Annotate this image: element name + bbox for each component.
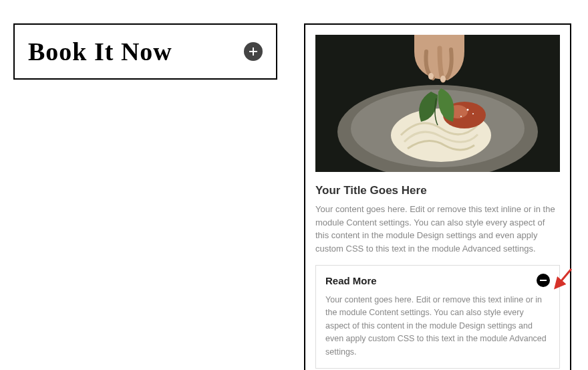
svg-point-11 — [428, 73, 434, 80]
svg-point-12 — [440, 76, 446, 82]
minus-icon — [537, 274, 550, 287]
accordion-label: Read More — [325, 275, 377, 286]
content-card: Your Title Goes Here Your content goes h… — [304, 23, 571, 370]
svg-point-9 — [472, 113, 474, 114]
card-image — [315, 35, 560, 172]
accordion-header[interactable]: Read More — [316, 266, 559, 294]
accordion-book-it-now[interactable]: Book It Now — [13, 23, 277, 80]
card-title: Your Title Goes Here — [315, 184, 560, 197]
svg-rect-1 — [249, 51, 257, 52]
plus-icon — [244, 42, 263, 61]
svg-point-8 — [467, 109, 469, 111]
accordion-read-more: Read More Your content goes here. Edit o… — [315, 265, 560, 369]
svg-point-10 — [460, 116, 462, 117]
accordion-body: Your content goes here. Edit or remove t… — [316, 294, 559, 368]
accordion-title: Book It Now — [28, 37, 172, 66]
card-description: Your content goes here. Edit or remove t… — [315, 203, 560, 255]
